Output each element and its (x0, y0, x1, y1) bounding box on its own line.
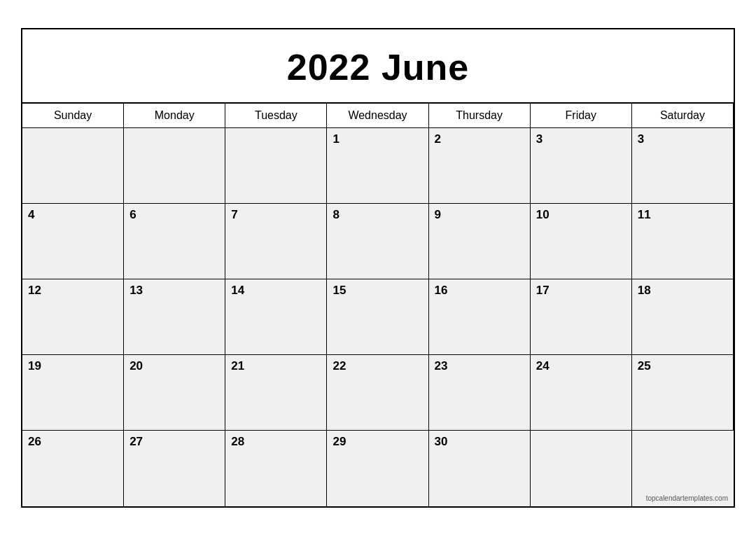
day-cell-empty-2: topcalendartemplates.com (632, 431, 734, 506)
day-cell-17: 17 (531, 279, 632, 355)
watermark-text: topcalendartemplates.com (646, 494, 728, 502)
calendar-title: 2022 June (29, 46, 727, 88)
header-thursday: Thursday (429, 104, 531, 128)
calendar-month: June (382, 47, 469, 88)
day-cell-30: 30 (429, 431, 531, 506)
day-cell-20: 20 (124, 355, 225, 431)
day-cell-15: 15 (327, 279, 428, 355)
day-cell-2: 2 (429, 128, 531, 204)
day-cell-13: 13 (124, 279, 225, 355)
calendar-header: 2022 June (22, 29, 734, 104)
day-cell-27: 27 (124, 431, 225, 506)
day-cell-10: 10 (531, 204, 632, 279)
day-cell-21: 21 (225, 355, 327, 431)
header-monday: Monday (124, 104, 225, 128)
day-cell-12: 12 (22, 279, 124, 355)
header-friday: Friday (531, 104, 632, 128)
day-cell (225, 128, 327, 204)
day-cell-7: 7 (225, 204, 327, 279)
day-cell (22, 128, 124, 204)
calendar-container: 2022 June Sunday Monday Tuesday Wednesda… (21, 28, 735, 508)
calendar-grid: Sunday Monday Tuesday Wednesday Thursday… (22, 104, 734, 506)
day-cell-23: 23 (429, 355, 531, 431)
day-cell-9: 9 (429, 204, 531, 279)
day-cell-24: 24 (531, 355, 632, 431)
day-cell-26: 26 (22, 431, 124, 506)
day-cell-4: 3 (632, 128, 734, 204)
day-cell-6: 6 (124, 204, 225, 279)
day-cell-29: 29 (327, 431, 428, 506)
header-wednesday: Wednesday (327, 104, 428, 128)
day-cell-8: 8 (327, 204, 428, 279)
day-cell-19: 19 (22, 355, 124, 431)
header-saturday: Saturday (632, 104, 734, 128)
day-cell-5: 4 (22, 204, 124, 279)
header-tuesday: Tuesday (225, 104, 327, 128)
day-cell-16: 16 (429, 279, 531, 355)
day-cell-25: 25 (632, 355, 734, 431)
day-cell-14: 14 (225, 279, 327, 355)
day-cell-empty-1 (531, 431, 632, 506)
day-cell-1: 1 (327, 128, 428, 204)
day-cell-22: 22 (327, 355, 428, 431)
day-cell-11: 11 (632, 204, 734, 279)
day-cell-3: 3 (531, 128, 632, 204)
calendar-year: 2022 (287, 47, 371, 88)
day-cell-18: 18 (632, 279, 734, 355)
day-cell (124, 128, 225, 204)
header-sunday: Sunday (22, 104, 124, 128)
day-cell-28: 28 (225, 431, 327, 506)
